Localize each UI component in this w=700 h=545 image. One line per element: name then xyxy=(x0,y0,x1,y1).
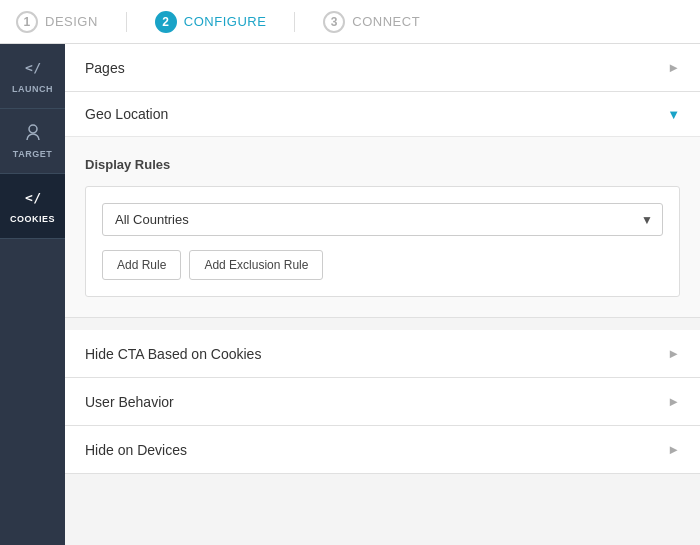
country-select-wrapper: All Countries United States United Kingd… xyxy=(102,203,663,236)
sidebar: </> LAUNCH TARGET </> COOKIES xyxy=(0,44,65,545)
main-layout: </> LAUNCH TARGET </> COOKIES xyxy=(0,44,700,545)
section-pages[interactable]: Pages ► xyxy=(65,44,700,92)
add-rule-button[interactable]: Add Rule xyxy=(102,250,181,280)
country-select[interactable]: All Countries United States United Kingd… xyxy=(102,203,663,236)
svg-point-1 xyxy=(29,125,37,133)
pages-chevron-icon: ► xyxy=(667,60,680,75)
geo-location-chevron-icon: ▼ xyxy=(667,107,680,122)
section-hide-devices[interactable]: Hide on Devices ► xyxy=(65,426,700,474)
nav-divider-2 xyxy=(294,12,295,32)
spacer-1 xyxy=(65,318,700,330)
hide-cta-chevron-icon: ► xyxy=(667,346,680,361)
sidebar-item-target[interactable]: TARGET xyxy=(0,109,65,174)
geo-location-header[interactable]: Geo Location ▼ xyxy=(65,92,700,137)
nav-step-connect[interactable]: 3 CONNECT xyxy=(323,11,420,33)
top-nav: 1 DESIGN 2 CONFIGURE 3 CONNECT xyxy=(0,0,700,44)
content-area: Pages ► Geo Location ▼ Display Rules All… xyxy=(65,44,700,545)
nav-step-design[interactable]: 1 DESIGN xyxy=(16,11,98,33)
rule-buttons: Add Rule Add Exclusion Rule xyxy=(102,250,663,280)
hide-devices-chevron-icon: ► xyxy=(667,442,680,457)
svg-text:</>: </> xyxy=(25,190,42,205)
display-rules-label: Display Rules xyxy=(85,157,680,172)
geo-location-body: Display Rules All Countries United State… xyxy=(65,137,700,317)
nav-step-configure[interactable]: 2 CONFIGURE xyxy=(155,11,267,33)
step-circle-connect: 3 xyxy=(323,11,345,33)
target-icon xyxy=(24,123,42,145)
section-hide-cta[interactable]: Hide CTA Based on Cookies ► xyxy=(65,330,700,378)
nav-divider-1 xyxy=(126,12,127,32)
svg-text:</>: </> xyxy=(25,60,42,75)
step-circle-design: 1 xyxy=(16,11,38,33)
sidebar-item-launch[interactable]: </> LAUNCH xyxy=(0,44,65,109)
section-geo-location: Geo Location ▼ Display Rules All Countri… xyxy=(65,92,700,318)
add-exclusion-rule-button[interactable]: Add Exclusion Rule xyxy=(189,250,323,280)
user-behavior-chevron-icon: ► xyxy=(667,394,680,409)
launch-icon: </> xyxy=(24,58,42,80)
section-user-behavior[interactable]: User Behavior ► xyxy=(65,378,700,426)
cookies-icon: </> xyxy=(24,188,42,210)
sidebar-item-cookies[interactable]: </> COOKIES xyxy=(0,174,65,239)
step-circle-configure: 2 xyxy=(155,11,177,33)
